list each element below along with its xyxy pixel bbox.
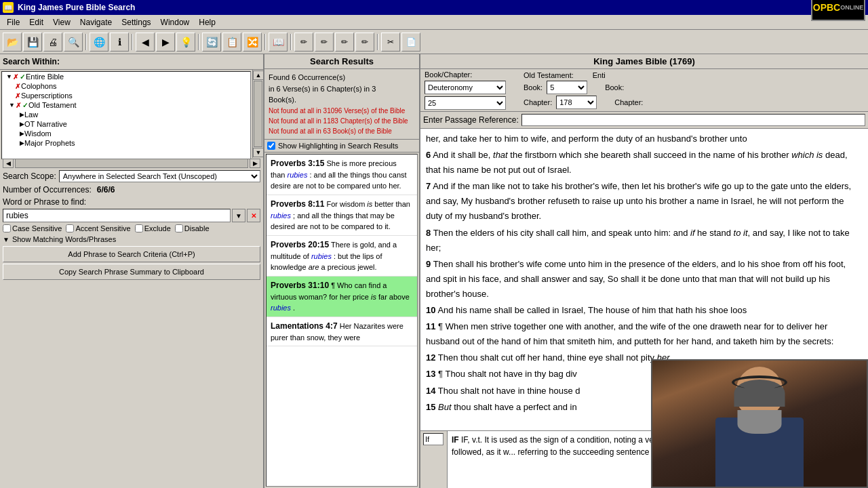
menu-navigate[interactable]: Navigate: [76, 17, 116, 28]
menu-settings[interactable]: Settings: [117, 17, 155, 28]
case-sensitive-checkbox[interactable]: Case Sensitive: [3, 224, 62, 232]
edit2-button[interactable]: ✏: [315, 33, 334, 52]
result-item-4[interactable]: Proverbs 31:10 ¶ Who can find a virtuous…: [267, 277, 417, 317]
scroll-up-btn[interactable]: ▲: [253, 70, 264, 80]
shuffle-button[interactable]: 🔀: [243, 33, 262, 52]
book-label: Book:: [524, 83, 542, 92]
tree-label: Major Prophets: [24, 139, 75, 147]
result-item-3[interactable]: Proverbs 20:15 There is gold, and a mult…: [267, 236, 417, 277]
tree-item-entire-bible[interactable]: ▼ ✗ ✓ Entire Bible: [2, 72, 250, 81]
result-item-2[interactable]: Proverbs 8:11 For wisdom is better than …: [267, 195, 417, 236]
result-highlight-1: rubies: [287, 171, 307, 179]
info-button[interactable]: ℹ: [110, 33, 129, 52]
tree-item-superscriptions[interactable]: ✗ Superscriptions: [2, 91, 250, 100]
refresh-button[interactable]: 🔄: [202, 33, 221, 52]
tree-item-colophons[interactable]: ✗ Colophons: [2, 81, 250, 91]
tree-item-wisdom[interactable]: ▶ Wisdom: [2, 129, 250, 138]
book-button[interactable]: 📖: [269, 33, 288, 52]
search-clear-btn[interactable]: ✕: [247, 209, 260, 222]
nt-book-label: Book:: [605, 83, 624, 92]
result-item-5[interactable]: Lamentations 4:7 Her Nazarites were pure…: [267, 317, 417, 347]
show-matching-row[interactable]: ▼ Show Matching Words/Phrases: [0, 234, 263, 245]
doc-button[interactable]: 📄: [401, 33, 420, 52]
show-highlighting-checkbox[interactable]: [267, 142, 275, 150]
check-x2-icon: ✗: [15, 92, 20, 100]
ot-chapter-select[interactable]: 178: [556, 96, 597, 109]
verse-8: 8 Then the elders of his city shall call…: [426, 226, 863, 256]
forward-button[interactable]: ▶: [156, 33, 175, 52]
app-icon: 📖: [3, 2, 14, 13]
add-phrase-button[interactable]: Add Phrase to Search Criteria (Ctrl+P): [3, 246, 260, 262]
result-highlight-3: rubies: [311, 252, 332, 260]
menu-window[interactable]: Window: [157, 17, 194, 28]
copy-summary-button[interactable]: Copy Search Phrase Summary to Clipboard: [3, 264, 260, 280]
print-button[interactable]: 🖨: [43, 33, 62, 52]
separator6: [377, 34, 378, 50]
scroll-left-btn[interactable]: ◀: [3, 159, 14, 168]
highlight-button[interactable]: 💡: [176, 33, 195, 52]
search-down-btn[interactable]: ▼: [232, 209, 245, 222]
disable-input[interactable]: [175, 224, 183, 232]
cut-button[interactable]: ✂: [381, 33, 400, 52]
tree-item-ot-narrative[interactable]: ▶ OT Narrative: [2, 119, 250, 129]
accent-sensitive-checkbox[interactable]: Accent Sensitive: [66, 224, 130, 232]
edit4-button[interactable]: ✏: [355, 33, 374, 52]
exclude-checkbox[interactable]: Exclude: [135, 224, 171, 232]
menu-edit[interactable]: Edit: [25, 17, 47, 28]
title-bar: 📖 King James Pure Bible Search OPBC ONLI…: [0, 0, 868, 15]
exclude-label: Exclude: [144, 224, 171, 232]
show-highlighting-row: Show Highlighting in Search Results: [264, 140, 419, 152]
edit1-button[interactable]: ✏: [294, 33, 313, 52]
menu-help[interactable]: Help: [195, 17, 220, 28]
accent-sensitive-input[interactable]: [66, 224, 74, 232]
result-item-1[interactable]: Proverbs 3:15 She is more precious than …: [267, 155, 417, 195]
accent-sensitive-label: Accent Sensitive: [75, 224, 130, 232]
word-lookup-input[interactable]: [423, 433, 443, 445]
nt-label: Enti: [593, 71, 606, 79]
disable-checkbox[interactable]: Disable: [175, 224, 210, 232]
open-button[interactable]: 📂: [3, 33, 22, 52]
chapter-select[interactable]: 25: [425, 96, 506, 110]
search-input[interactable]: [3, 209, 231, 222]
passage-reference-row: Enter Passage Reference:: [420, 112, 868, 129]
tree-label: Old Testament: [28, 101, 77, 109]
menu-view[interactable]: View: [49, 17, 75, 28]
scroll-down-btn[interactable]: ▼: [253, 148, 264, 157]
tree-label: Law: [24, 110, 38, 119]
menu-file[interactable]: File: [3, 17, 24, 28]
result-highlight-2: rubies: [271, 211, 291, 220]
save-button[interactable]: 💾: [23, 33, 42, 52]
exclude-input[interactable]: [135, 224, 143, 232]
book-select[interactable]: Deuteronomy: [425, 81, 506, 94]
search-button[interactable]: 🔍: [64, 33, 83, 52]
arrow4-icon: ▶: [20, 140, 24, 146]
back-button[interactable]: ◀: [136, 33, 155, 52]
tree-item-major-prophets[interactable]: ▶ Major Prophets: [2, 138, 250, 148]
result-text-4b: .: [293, 304, 295, 312]
books-line: Book(s).: [269, 94, 415, 106]
passage-label: Enter Passage Reference:: [423, 115, 519, 125]
tree-view[interactable]: ▼ ✗ ✓ Entire Bible ✗ Colophons ✗ Supersc…: [1, 71, 251, 159]
edit3-button[interactable]: ✏: [335, 33, 354, 52]
result-ref-1: Proverbs 3:15: [271, 159, 324, 168]
scroll-right-btn[interactable]: ▶: [250, 159, 260, 168]
result-ref-4: Proverbs 31:10: [271, 281, 329, 290]
ot-book-select[interactable]: 5: [547, 81, 587, 94]
passage-input[interactable]: [521, 114, 865, 126]
not-found3: Not found at all in 63 Book(s) of the Bi…: [269, 126, 415, 136]
chapter-label: Chapter:: [524, 98, 552, 106]
search-scope-row: Search Scope: Anywhere in Selected Searc…: [0, 169, 263, 184]
results-header: Search Results: [264, 54, 419, 69]
occurrences-row: Number of Occurrences: 6/6/6: [0, 184, 263, 196]
web-button[interactable]: 🌐: [90, 33, 108, 52]
case-sensitive-input[interactable]: [3, 224, 11, 232]
results-list[interactable]: Proverbs 3:15 She is more precious than …: [266, 154, 418, 487]
expand-icon: ▼: [6, 73, 12, 80]
tree-item-law[interactable]: ▶ Law: [2, 110, 250, 119]
bible-title: King James Bible (1769): [593, 56, 695, 66]
expand2-icon: ▼: [9, 102, 15, 108]
check-ok2-icon: ✓: [22, 102, 28, 109]
clipboard-button[interactable]: 📋: [222, 33, 241, 52]
search-scope-select[interactable]: Anywhere in Selected Search Text (Unscop…: [59, 170, 260, 182]
tree-item-old-testament[interactable]: ▼ ✗ ✓ Old Testament: [2, 100, 250, 110]
